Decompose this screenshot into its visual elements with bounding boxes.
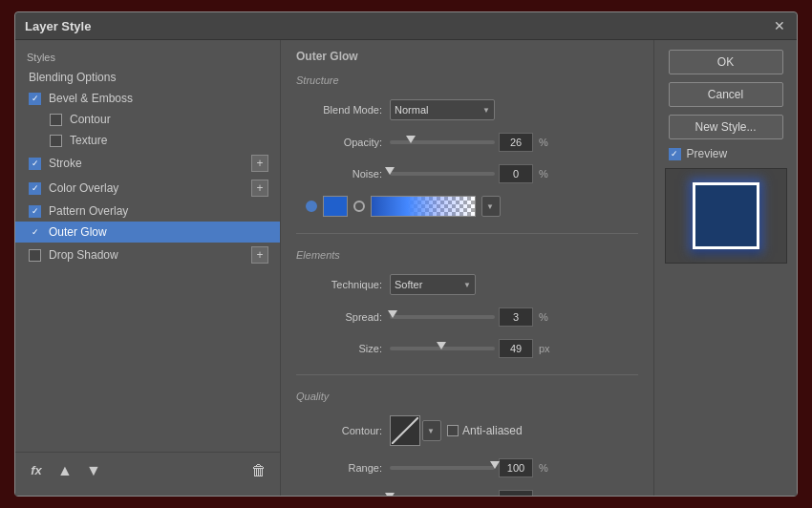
sidebar-item-color-overlay[interactable]: Color Overlay + [15, 176, 280, 201]
sidebar-item-bevel-emboss[interactable]: Bevel & Emboss [15, 88, 280, 109]
range-slider-track[interactable] [390, 466, 495, 470]
jitter-slider-container: % [390, 490, 548, 496]
close-button[interactable]: ✕ [772, 18, 787, 33]
size-slider-thumb[interactable] [437, 342, 446, 349]
range-label: Range: [296, 462, 382, 474]
blend-mode-row: Blend Mode: Normal ▼ [296, 99, 638, 120]
sidebar-item-outer-glow[interactable]: Outer Glow [15, 222, 280, 243]
contour-checkbox[interactable] [50, 114, 62, 126]
anti-alias-label: Anti-aliased [462, 424, 523, 437]
gradient-type-dropdown[interactable]: ▼ [481, 196, 501, 217]
anti-alias-row: Anti-aliased [447, 424, 523, 437]
sidebar-item-texture[interactable]: Texture [15, 130, 280, 151]
contour-preview[interactable] [390, 415, 420, 446]
range-slider-thumb[interactable] [490, 461, 500, 469]
spread-input[interactable] [499, 307, 533, 327]
noise-slider-thumb[interactable] [385, 167, 395, 175]
preview-box [665, 168, 787, 264]
noise-slider-track[interactable] [390, 172, 495, 176]
outer-glow-checkbox[interactable] [29, 226, 41, 239]
preview-checkbox[interactable] [669, 148, 681, 160]
contour-label: Contour [70, 113, 268, 126]
technique-label: Technique: [296, 279, 382, 290]
opacity-slider-track[interactable] [390, 140, 495, 144]
spread-slider-thumb[interactable] [388, 310, 397, 318]
fx-button[interactable]: fx [25, 459, 48, 482]
sidebar-item-blending-options[interactable]: Blending Options [15, 67, 280, 88]
color-overlay-add-button[interactable]: + [251, 180, 268, 197]
texture-checkbox[interactable] [50, 135, 62, 147]
range-input[interactable] [499, 458, 533, 477]
ok-button[interactable]: OK [669, 50, 783, 74]
stroke-add-button[interactable]: + [251, 155, 268, 172]
spread-unit: % [539, 311, 548, 323]
size-input[interactable] [499, 339, 533, 358]
contour-arrow-icon: ▼ [427, 427, 435, 435]
technique-arrow-icon: ▼ [463, 281, 471, 289]
size-row: Size: px [296, 339, 638, 358]
blend-mode-value: Normal [395, 104, 428, 116]
blend-mode-dropdown[interactable]: Normal ▼ [390, 99, 495, 120]
noise-label: Noise: [296, 168, 382, 180]
size-slider-track[interactable] [390, 347, 495, 350]
sidebar-item-drop-shadow[interactable]: Drop Shadow + [15, 243, 280, 267]
right-panel: OK Cancel New Style... Preview [653, 40, 797, 496]
drop-shadow-checkbox[interactable] [29, 249, 41, 262]
bevel-emboss-label: Bevel & Emboss [49, 92, 268, 105]
spread-slider-track[interactable] [390, 315, 495, 319]
sidebar-item-stroke[interactable]: Stroke + [15, 151, 280, 176]
size-slider-container: px [390, 339, 550, 358]
color-overlay-label: Color Overlay [49, 181, 251, 195]
jitter-slider-thumb[interactable] [385, 493, 395, 496]
spread-row: Spread: % [296, 307, 638, 327]
preview-inner-square [693, 182, 759, 249]
gradient-dropdown-arrow-icon: ▼ [486, 202, 494, 211]
pattern-overlay-label: Pattern Overlay [49, 204, 268, 218]
opacity-row: Opacity: % [296, 133, 638, 152]
move-up-button[interactable]: ▲ [53, 459, 76, 482]
opacity-unit: % [539, 137, 548, 148]
blend-mode-label: Blend Mode: [296, 104, 382, 116]
range-row: Range: % [296, 458, 638, 477]
technique-value: Softer [395, 279, 422, 290]
structure-label: Structure [296, 74, 638, 86]
sidebar-item-pattern-overlay[interactable]: Pattern Overlay [15, 201, 280, 222]
jitter-input[interactable] [499, 490, 533, 496]
anti-alias-checkbox[interactable] [447, 425, 459, 436]
delete-button[interactable]: 🗑 [247, 459, 270, 482]
drop-shadow-label: Drop Shadow [49, 248, 251, 262]
color-row: ▼ [296, 196, 638, 217]
pattern-overlay-checkbox[interactable] [29, 205, 41, 218]
texture-label: Texture [70, 134, 268, 147]
new-style-button[interactable]: New Style... [669, 115, 783, 139]
contour-label: Contour: [296, 425, 382, 436]
color-swatch[interactable] [323, 196, 348, 217]
spread-label: Spread: [296, 311, 382, 323]
jitter-unit: % [539, 494, 548, 496]
gradient-preview[interactable] [371, 196, 476, 217]
elements-label: Elements [296, 249, 638, 261]
opacity-input[interactable] [499, 133, 533, 152]
outer-glow-title: Outer Glow [296, 50, 638, 63]
solid-color-radio[interactable] [306, 201, 317, 212]
noise-input[interactable] [499, 164, 533, 183]
technique-dropdown[interactable]: Softer ▼ [390, 274, 476, 295]
contour-dropdown[interactable]: ▼ [422, 420, 441, 441]
jitter-label: Jitter: [296, 494, 382, 496]
middle-panel: Outer Glow Structure Blend Mode: Normal … [281, 40, 653, 496]
stroke-checkbox[interactable] [29, 158, 41, 170]
size-unit: px [539, 343, 550, 354]
outer-glow-label: Outer Glow [49, 225, 268, 239]
drop-shadow-add-button[interactable]: + [251, 246, 268, 264]
opacity-slider-thumb[interactable] [406, 136, 416, 143]
left-panel: Styles Blending Options Bevel & Emboss C… [15, 40, 281, 496]
move-down-button[interactable]: ▼ [82, 459, 105, 482]
gradient-radio[interactable] [353, 201, 365, 212]
cancel-button[interactable]: Cancel [669, 82, 783, 107]
bevel-emboss-checkbox[interactable] [29, 93, 41, 105]
sidebar-item-contour[interactable]: Contour [15, 109, 280, 130]
size-label: Size: [296, 343, 382, 354]
preview-label: Preview [687, 147, 728, 160]
color-overlay-checkbox[interactable] [29, 182, 41, 195]
range-unit: % [539, 462, 548, 474]
